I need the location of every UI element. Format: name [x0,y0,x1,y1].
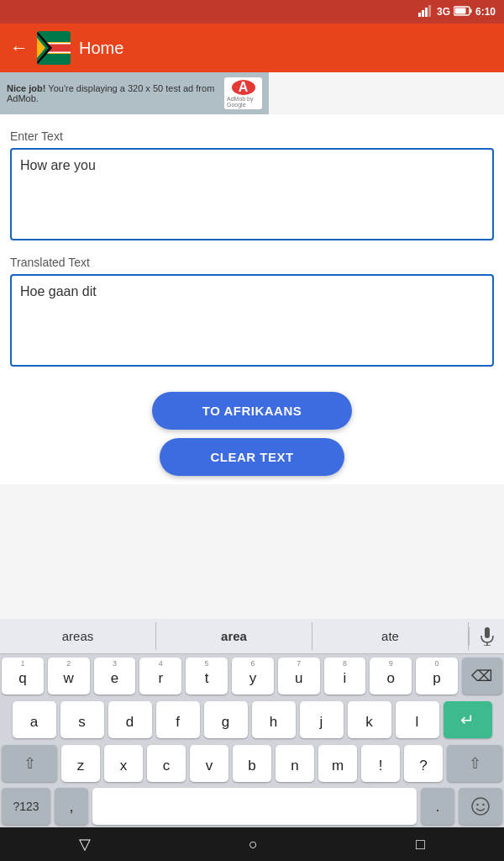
key-d[interactable]: d [108,701,152,738]
key-p[interactable]: 0p [416,658,458,695]
main-content: Enter Text How are you Translated Text H… [0,114,504,380]
shift-right-key[interactable]: ⇧ [447,745,502,782]
svg-rect-0 [418,13,421,17]
key-h[interactable]: h [252,701,296,738]
key-l[interactable]: l [396,701,439,738]
status-icons: 3G 6:10 [418,5,496,19]
suggestion-area[interactable]: area [156,622,312,650]
enter-text-label: Enter Text [10,129,494,143]
svg-rect-5 [454,8,465,14]
emoji-key[interactable] [459,788,502,825]
nav-home-button[interactable]: ○ [249,836,258,853]
mic-button[interactable] [469,627,504,646]
ad-text-bold: Nice job! [7,83,45,93]
keyboard-row-2: a s d f g h j k l ↵ [0,698,504,742]
flag-icon [37,31,71,65]
shift-right-icon: ⇧ [469,754,481,773]
ad-text: Nice job! You're displaying a 320 x 50 t… [7,83,218,103]
key-z[interactable]: z [61,745,100,782]
enter-key[interactable]: ↵ [444,701,492,738]
svg-rect-16 [485,627,490,638]
svg-point-21 [482,804,485,806]
signal-indicator [418,5,433,19]
key-t[interactable]: 5t [186,658,228,695]
key-w[interactable]: 2w [48,658,90,695]
suggestion-ate[interactable]: ate [312,622,469,650]
delete-key[interactable]: ⌫ [462,658,502,695]
key-e[interactable]: 3e [94,658,136,695]
key-v[interactable]: v [190,745,228,782]
battery-icon [454,6,472,18]
status-bar: 3G 6:10 [0,0,504,24]
key-m[interactable]: m [318,745,357,782]
keyboard-suggestions: areas area ate [0,619,504,654]
key-i[interactable]: 8i [324,658,366,695]
nav-bar: ▽ ○ □ [0,827,504,861]
app-title: Home [79,39,123,58]
admob-icon: A [232,80,255,95]
admob-logo: A AdMob by Google [224,77,262,109]
svg-rect-1 [422,10,424,17]
svg-point-19 [472,798,489,815]
svg-rect-3 [428,5,431,17]
comma-key[interactable]: , [55,788,88,825]
key-n[interactable]: n [276,745,314,782]
to-afrikaans-button[interactable]: TO AFRIKAANS [152,392,353,430]
svg-point-20 [476,804,479,806]
key-exclaim[interactable]: ! [361,745,400,782]
time-display: 6:10 [475,6,496,18]
keyboard: areas area ate 1q 2w 3e 4r 5t 6y 7u 8i 9… [0,619,504,827]
buttons-container: TO AFRIKAANS CLEAR TEXT [0,380,504,484]
num-sym-key[interactable]: ?123 [2,788,50,825]
suggestion-areas[interactable]: areas [0,622,156,650]
period-key[interactable]: . [421,788,454,825]
key-u[interactable]: 7u [278,658,320,695]
translated-text-label: Translated Text [10,256,494,269]
back-button[interactable]: ← [10,37,29,59]
svg-rect-2 [425,8,428,17]
keyboard-bottom-row: ?123 , . [0,785,504,827]
translated-text-field[interactable]: Hoe gaan dit [10,274,494,367]
keyboard-row-1: 1q 2w 3e 4r 5t 6y 7u 8i 9o 0p ⌫ [0,654,504,698]
key-q[interactable]: 1q [2,658,44,695]
nav-back-button[interactable]: ▽ [79,835,91,853]
keyboard-row-3: ⇧ z x c v b n m ! ? ⇧ [0,742,504,785]
input-text-field[interactable]: How are you [10,148,494,240]
key-k[interactable]: k [348,701,391,738]
nav-recent-button[interactable]: □ [416,836,425,853]
key-x[interactable]: x [104,745,143,782]
key-question[interactable]: ? [404,745,443,782]
shift-left-key[interactable]: ⇧ [2,745,57,782]
enter-icon: ↵ [460,710,475,730]
spacebar-key[interactable] [92,788,417,825]
key-b[interactable]: b [233,745,271,782]
key-s[interactable]: s [60,701,104,738]
key-f[interactable]: f [156,701,200,738]
key-c[interactable]: c [147,745,186,782]
key-y[interactable]: 6y [232,658,274,695]
svg-rect-6 [470,9,471,13]
key-g[interactable]: g [204,701,248,738]
admob-byline: AdMob by Google [227,96,260,108]
network-type: 3G [437,6,450,18]
key-o[interactable]: 9o [370,658,412,695]
key-a[interactable]: a [13,701,56,738]
clear-text-button[interactable]: CLEAR TEXT [160,438,344,476]
ad-banner: Nice job! You're displaying a 320 x 50 t… [0,72,269,114]
shift-left-icon: ⇧ [24,754,36,773]
top-bar: ← Home [0,24,504,72]
key-r[interactable]: 4r [139,658,181,695]
key-j[interactable]: j [300,701,344,738]
